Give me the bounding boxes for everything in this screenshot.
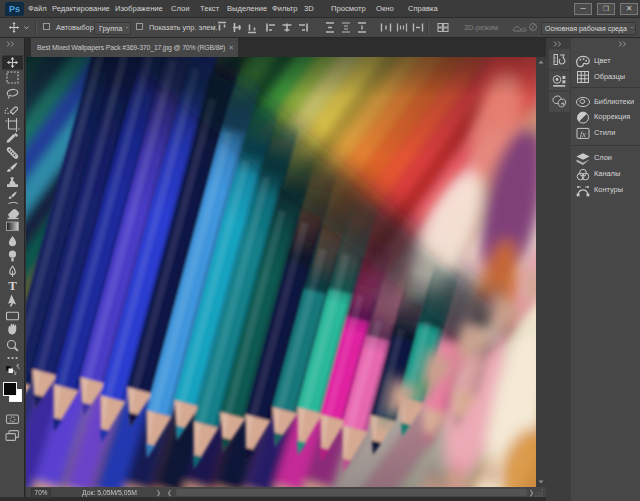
- svg-text:fx: fx: [580, 130, 586, 139]
- svg-text:T: T: [8, 278, 17, 293]
